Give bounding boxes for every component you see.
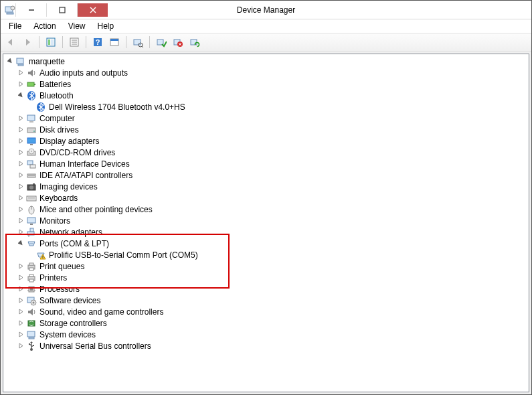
disk-icon xyxy=(26,125,37,135)
expand-icon[interactable] xyxy=(17,69,25,77)
svg-rect-79 xyxy=(28,321,35,326)
tree-item-bluetooth[interactable]: Bluetooth xyxy=(3,90,529,101)
toolbar-separator xyxy=(126,36,126,48)
tree-label: DVD/CD-ROM drives xyxy=(39,148,115,157)
expand-icon[interactable] xyxy=(17,171,25,179)
expand-icon[interactable] xyxy=(17,342,25,350)
expand-icon[interactable] xyxy=(17,297,25,305)
cpu-icon xyxy=(26,284,37,295)
tree-item-ide[interactable]: IDE ATA/ATAPI controllers xyxy=(3,169,529,181)
expand-icon[interactable] xyxy=(17,331,25,339)
toolbar-separator xyxy=(149,36,150,48)
enable-button[interactable] xyxy=(154,35,169,50)
svg-rect-1 xyxy=(7,13,13,14)
audio-icon xyxy=(26,68,37,78)
svg-rect-4 xyxy=(60,7,65,13)
tree-item-imaging[interactable]: Imaging devices xyxy=(3,181,529,192)
back-button[interactable] xyxy=(3,35,18,50)
svg-rect-28 xyxy=(18,64,23,66)
port-icon xyxy=(26,238,37,249)
mouse-icon xyxy=(26,204,37,215)
titlebar: Device Manager xyxy=(1,1,531,19)
tree-item-sound[interactable]: Sound, video and game controllers xyxy=(3,306,529,317)
device-tree[interactable]: marquette Audio inputs and outputs Batte… xyxy=(3,54,529,392)
tree-item-printqueues[interactable]: Print queues xyxy=(3,260,529,272)
update-driver-button[interactable] xyxy=(187,35,202,50)
menu-file[interactable]: File xyxy=(3,21,27,31)
tree-item-bluetooth-child[interactable]: Dell Wireless 1704 Bluetooth v4.0+HS xyxy=(3,101,529,112)
expand-icon[interactable] xyxy=(17,114,25,123)
tree-item-storage[interactable]: Storage controllers xyxy=(3,317,529,329)
expand-icon[interactable] xyxy=(17,194,25,202)
minimize-button[interactable] xyxy=(15,3,46,17)
expand-icon[interactable] xyxy=(17,206,25,214)
tree-label: Storage controllers xyxy=(39,319,107,328)
tree-item-batteries[interactable]: Batteries xyxy=(3,78,529,90)
expand-icon[interactable] xyxy=(17,274,25,282)
svg-rect-38 xyxy=(30,144,33,145)
tree-item-software[interactable]: Software devices xyxy=(3,295,529,306)
expand-icon[interactable] xyxy=(17,183,25,191)
tree-root[interactable]: marquette xyxy=(3,56,529,67)
svg-rect-69 xyxy=(29,279,33,282)
camera-icon xyxy=(26,181,37,192)
menu-view[interactable]: View xyxy=(63,21,91,31)
tree-item-audio[interactable]: Audio inputs and outputs xyxy=(3,67,529,78)
expand-icon[interactable] xyxy=(17,137,25,145)
expand-icon[interactable] xyxy=(17,80,25,88)
tree-item-ports-child[interactable]: Prolific USB-to-Serial Comm Port (COM5) xyxy=(3,249,529,260)
tree-item-computer[interactable]: Computer xyxy=(3,112,529,124)
svg-rect-9 xyxy=(51,40,54,45)
show-hide-console-button[interactable] xyxy=(43,35,58,50)
tree-item-dvd[interactable]: DVD/CD-ROM drives xyxy=(3,147,529,158)
tree-item-disk[interactable]: Disk drives xyxy=(3,124,529,135)
tree-label: IDE ATA/ATAPI controllers xyxy=(39,171,132,180)
sound-icon xyxy=(26,307,37,317)
svg-rect-30 xyxy=(34,84,35,85)
collapse-icon[interactable] xyxy=(17,92,25,100)
maximize-button[interactable] xyxy=(46,3,77,17)
tree-item-printers[interactable]: Printers xyxy=(3,272,529,283)
expand-icon[interactable] xyxy=(17,149,25,157)
collapse-icon[interactable] xyxy=(17,240,25,248)
menu-action[interactable]: Action xyxy=(28,21,61,31)
tree-item-keyboards[interactable]: Keyboards xyxy=(3,192,529,204)
svg-rect-33 xyxy=(27,115,35,121)
tree-item-ports[interactable]: Ports (COM & LPT) xyxy=(3,238,529,249)
action-button[interactable] xyxy=(107,35,122,50)
close-button[interactable] xyxy=(77,3,108,17)
expand-icon[interactable] xyxy=(17,308,25,316)
tree-item-display[interactable]: Display adapters xyxy=(3,135,529,147)
tree-item-processors[interactable]: Processors xyxy=(3,283,529,295)
tree-label: Ports (COM & LPT) xyxy=(39,239,109,248)
tree-item-mice[interactable]: Mice and other pointing devices xyxy=(3,204,529,215)
menu-help[interactable]: Help xyxy=(92,21,120,31)
expand-icon[interactable] xyxy=(17,217,25,225)
expand-icon[interactable] xyxy=(17,319,25,327)
uninstall-button[interactable] xyxy=(171,35,185,50)
expand-icon[interactable] xyxy=(17,126,25,134)
svg-rect-54 xyxy=(27,218,35,223)
tree-item-hid[interactable]: Human Interface Devices xyxy=(3,158,529,169)
tree-item-usb[interactable]: Universal Serial Bus controllers xyxy=(3,340,529,351)
scan-button[interactable] xyxy=(130,35,145,50)
expand-icon[interactable] xyxy=(17,228,25,236)
svg-point-36 xyxy=(33,131,35,132)
expand-icon[interactable] xyxy=(17,285,25,293)
expand-icon[interactable] xyxy=(17,262,25,270)
collapse-icon[interactable] xyxy=(6,58,14,66)
svg-rect-8 xyxy=(48,40,50,45)
expand-icon[interactable] xyxy=(17,160,25,168)
svg-rect-29 xyxy=(27,82,34,86)
properties-button[interactable] xyxy=(67,35,82,50)
tree-label: Software devices xyxy=(39,296,100,305)
tree-label: Human Interface Devices xyxy=(39,159,130,169)
forward-button[interactable] xyxy=(20,35,35,50)
svg-rect-81 xyxy=(29,337,34,339)
tree-item-network[interactable]: Network adapters xyxy=(3,226,529,238)
svg-point-84 xyxy=(29,343,30,344)
help-button[interactable]: ? xyxy=(90,35,105,50)
tree-item-system[interactable]: System devices xyxy=(3,329,529,340)
tree-label: Mice and other pointing devices xyxy=(39,205,153,214)
tree-item-monitors[interactable]: Monitors xyxy=(3,215,529,226)
